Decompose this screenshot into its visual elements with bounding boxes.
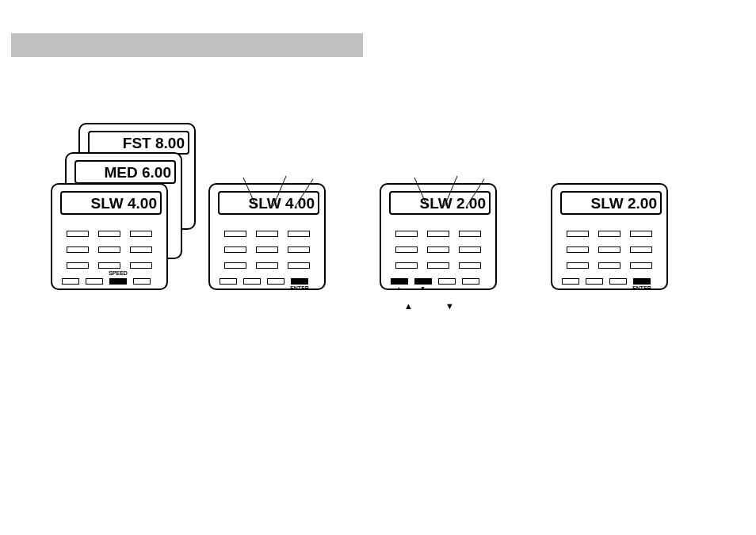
svg-line-2 (296, 179, 313, 206)
button[interactable] (459, 262, 481, 269)
button[interactable] (67, 246, 89, 253)
button[interactable] (67, 231, 89, 237)
device-screen: MED 6.00 (74, 160, 176, 184)
button[interactable] (130, 262, 152, 269)
button[interactable] (86, 278, 103, 285)
button[interactable] (395, 262, 418, 269)
display-value: MED 6.00 (105, 164, 171, 182)
arrow-button[interactable] (414, 278, 432, 285)
callout-lines-d3 (380, 174, 497, 222)
button[interactable] (224, 262, 246, 269)
device-screen: SLW 2.00 (560, 191, 662, 215)
button[interactable] (598, 246, 620, 253)
button[interactable] (427, 246, 449, 253)
button[interactable] (288, 262, 310, 269)
button[interactable] (567, 262, 589, 269)
button[interactable] (256, 246, 278, 253)
button[interactable] (630, 231, 652, 237)
device-screen: FST 8.00 (88, 131, 189, 155)
button[interactable] (288, 231, 310, 237)
enter-button[interactable] (291, 278, 308, 285)
button[interactable] (462, 278, 479, 285)
up-arrow-icon: ▲ (396, 285, 402, 291)
display-value: SLW 4.00 (91, 195, 157, 212)
button[interactable] (395, 246, 418, 253)
arrow-button[interactable] (391, 278, 408, 285)
button[interactable] (133, 278, 151, 285)
svg-line-0 (243, 178, 256, 206)
button[interactable] (598, 231, 620, 237)
button[interactable] (267, 278, 284, 285)
button[interactable] (243, 278, 261, 285)
button[interactable] (562, 278, 579, 285)
button[interactable] (438, 278, 456, 285)
enter-button[interactable] (633, 278, 651, 285)
display-value: FST 8.00 (123, 135, 185, 152)
button[interactable] (130, 246, 152, 253)
speed-button[interactable] (109, 278, 127, 285)
button[interactable] (256, 231, 278, 237)
enter-label: ENTER (288, 285, 311, 291)
device-4: SLW 2.00 ENTER (551, 183, 668, 290)
button[interactable] (630, 246, 652, 253)
button[interactable] (98, 231, 120, 237)
button[interactable] (130, 231, 152, 237)
device-screen: SLW 4.00 (60, 191, 162, 215)
button[interactable] (67, 262, 89, 269)
svg-line-1 (273, 176, 286, 206)
button[interactable] (288, 246, 310, 253)
svg-line-5 (467, 179, 484, 206)
button[interactable] (567, 231, 589, 237)
button[interactable] (220, 278, 237, 285)
button[interactable] (256, 262, 278, 269)
callout-lines-d2 (208, 174, 326, 222)
button[interactable] (98, 262, 120, 269)
button[interactable] (567, 246, 589, 253)
button[interactable] (459, 231, 481, 237)
button[interactable] (630, 262, 652, 269)
speed-label: SPEED (106, 270, 130, 276)
button[interactable] (427, 231, 449, 237)
button[interactable] (98, 246, 120, 253)
button[interactable] (395, 231, 418, 237)
button[interactable] (609, 278, 627, 285)
gray-heading-bar (11, 33, 363, 57)
button[interactable] (427, 262, 449, 269)
button[interactable] (586, 278, 603, 285)
device-stack-front: SLW 4.00 SPEED (51, 183, 168, 290)
button[interactable] (224, 246, 246, 253)
up-arrow-indicator: ▲ (404, 301, 413, 311)
display-value: SLW 2.00 (591, 195, 657, 212)
svg-line-3 (414, 178, 427, 206)
down-arrow-icon: ▼ (420, 285, 426, 291)
svg-line-4 (445, 176, 457, 206)
button[interactable] (459, 246, 481, 253)
button[interactable] (598, 262, 620, 269)
down-arrow-indicator: ▼ (445, 301, 454, 311)
button[interactable] (62, 278, 79, 285)
enter-label: ENTER (630, 285, 654, 291)
button[interactable] (224, 231, 246, 237)
